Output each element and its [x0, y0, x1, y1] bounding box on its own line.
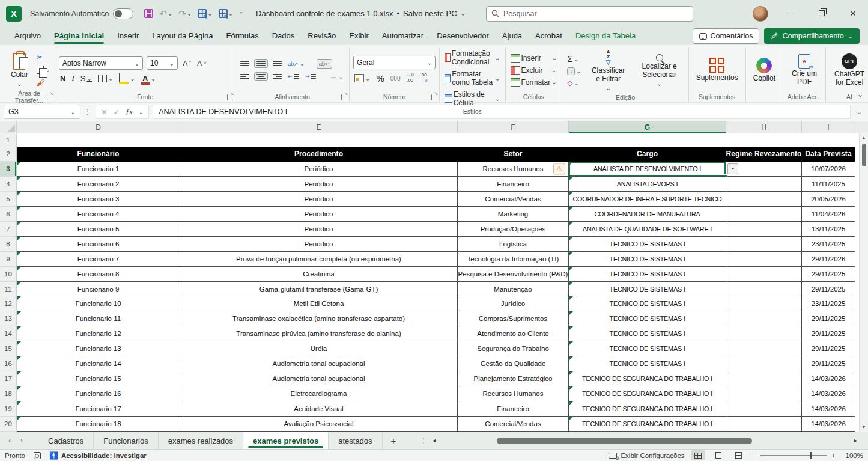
grow-font-button[interactable]: Aˆ	[181, 58, 192, 69]
column-header-G[interactable]: G	[569, 121, 726, 133]
cell-E12[interactable]: Metil Etil Cetona	[180, 296, 458, 311]
comments-button[interactable]: Comentários	[693, 28, 760, 44]
sheet-tab-cadastros[interactable]: Cadastros	[38, 432, 94, 449]
empty-row-1[interactable]	[17, 133, 868, 147]
delete-cells-button[interactable]: Excluir⌄	[509, 66, 557, 75]
data-validation-dropdown[interactable]: ▼	[727, 163, 738, 174]
cell-H7[interactable]	[726, 222, 802, 237]
cell-E4[interactable]: Periódico	[180, 177, 458, 192]
display-settings-button[interactable]: Exibir Configurações	[609, 452, 684, 459]
tab-automatizar[interactable]: Automatizar	[376, 29, 429, 44]
cell-H15[interactable]	[726, 341, 802, 356]
cell-D4[interactable]: Funcionario 2	[17, 177, 180, 192]
scroll-down-icon[interactable]: ▼	[861, 423, 866, 432]
cell-I11[interactable]: 29/11/2025	[802, 282, 855, 297]
cell-E9[interactable]: Prova de função pulmonar completa (ou es…	[180, 252, 458, 267]
cell-E5[interactable]: Periódico	[180, 192, 458, 207]
align-center-button[interactable]	[254, 72, 268, 81]
autosave-toggle[interactable]	[113, 8, 133, 19]
cell-styles-button[interactable]: Estilos de Célula⌄	[443, 90, 501, 108]
sort-filter-button[interactable]: AZ▽ Classificar e Filtrar ⌄	[586, 49, 631, 93]
row-header-14[interactable]: 14	[0, 326, 16, 341]
cell-I18[interactable]: 14/03/2026	[802, 386, 855, 401]
row-header-7[interactable]: 7	[0, 222, 16, 237]
search-input[interactable]: Pesquisar	[486, 6, 693, 22]
cell-D9[interactable]: Funcionario 7	[17, 252, 180, 267]
row-header-13[interactable]: 13	[0, 311, 16, 326]
cell-H10[interactable]	[726, 267, 802, 282]
create-pdf-button[interactable]: A Crie um PDF	[787, 53, 822, 88]
row-header-11[interactable]: 11	[0, 282, 16, 297]
cell-H17[interactable]	[726, 371, 802, 386]
select-all-corner[interactable]	[0, 121, 17, 133]
cell-H4[interactable]	[726, 177, 802, 192]
customize-qat-icon[interactable]: ⍨	[239, 10, 243, 17]
number-dialog-launcher[interactable]	[431, 94, 437, 100]
cell-I8[interactable]: 23/11/2025	[802, 237, 855, 252]
collapse-ribbon-icon[interactable]: ⌄	[857, 90, 863, 99]
borders-button[interactable]: ⌄	[97, 74, 114, 83]
table-header-setor[interactable]: Setor	[458, 147, 569, 162]
copy-button[interactable]: ⌄	[35, 65, 51, 75]
cell-D12[interactable]: Funcionario 10	[17, 296, 180, 311]
find-select-button[interactable]: Localizar e Selecionar ⌄	[634, 53, 685, 88]
cell-F18[interactable]: Recursos Humanos	[458, 386, 569, 401]
cell-F3[interactable]: Recursos Humanos⚠	[458, 162, 569, 177]
number-format-select[interactable]: Geral⌄	[353, 56, 436, 69]
cell-F5[interactable]: Comercial/Vendas	[458, 192, 569, 207]
cell-E17[interactable]: Audiometria tonal ocupacional	[180, 371, 458, 386]
cell-E14[interactable]: Transaminase pirúvica (amino transferase…	[180, 326, 458, 341]
shrink-font-button[interactable]: A˅	[196, 58, 208, 69]
font-name-select[interactable]: Aptos Narrow⌄	[59, 56, 143, 70]
percent-style-button[interactable]: %	[375, 73, 385, 84]
row-header-20[interactable]: 20	[0, 417, 16, 432]
cell-D11[interactable]: Funcionario 9	[17, 282, 180, 297]
cell-F9[interactable]: Tecnologia da Informação (TI)	[458, 252, 569, 267]
cut-button[interactable]: ✂	[35, 52, 51, 63]
share-button[interactable]: 🖉Compartilhamento⌄	[764, 28, 860, 44]
sheet-tab-options-icon[interactable]: ⋮	[420, 437, 426, 445]
cell-E6[interactable]: Periódico	[180, 207, 458, 222]
cell-I20[interactable]: 14/03/2026	[802, 417, 855, 432]
cell-G12[interactable]: TECNICO DE SISTEMAS I	[569, 296, 726, 311]
cell-I4[interactable]: 11/11/2025	[802, 177, 855, 192]
cell-I16[interactable]: 29/11/2025	[802, 356, 855, 371]
tab-fórmulas[interactable]: Fórmulas	[220, 29, 265, 44]
merge-center-button[interactable]: ⇔⌄	[328, 72, 344, 82]
cell-D19[interactable]: Funcionario 17	[17, 401, 180, 417]
zoom-level[interactable]: 100%	[840, 452, 863, 459]
cell-F16[interactable]: Gestão da Qualidade	[458, 356, 569, 371]
page-layout-view-button[interactable]	[711, 450, 726, 460]
cell-E8[interactable]: Periódico	[180, 237, 458, 252]
table-header-funcionario[interactable]: Funcionário	[17, 147, 180, 162]
sheet-nav-left-icon[interactable]: ‹	[4, 436, 16, 445]
tab-inserir[interactable]: Inserir	[111, 29, 145, 44]
macro-record-icon[interactable]	[34, 452, 41, 459]
format-painter-button[interactable]: 🖌	[35, 77, 51, 88]
tab-revisão[interactable]: Revisão	[302, 29, 342, 44]
comma-style-button[interactable]: 000	[389, 75, 402, 82]
row-header-16[interactable]: 16	[0, 356, 16, 371]
scroll-right-icon[interactable]: ►	[853, 438, 858, 444]
sheet-tab-exames-realizados[interactable]: exames realizados	[159, 432, 243, 449]
cell-F7[interactable]: Produção/Operações	[458, 222, 569, 237]
cell-E20[interactable]: Avaliação Psicossocial	[180, 417, 458, 432]
cell-D15[interactable]: Funcionario 13	[17, 341, 180, 356]
conditional-formatting-button[interactable]: Formatação Condicional⌄	[443, 49, 501, 67]
save-icon[interactable]	[144, 9, 153, 18]
expand-formula-bar-icon[interactable]: ⌄	[854, 108, 864, 116]
undo-icon[interactable]: ↶⌄	[159, 8, 172, 19]
cell-D5[interactable]: Funcionario 3	[17, 192, 180, 207]
wrap-text-button[interactable]: ab↩	[317, 59, 332, 69]
zoom-out-icon[interactable]: −	[752, 452, 756, 459]
column-header-F[interactable]: F	[458, 121, 569, 133]
bold-button[interactable]: N	[59, 73, 67, 84]
cell-D17[interactable]: Funcionario 15	[17, 371, 180, 386]
increase-indent-button[interactable]: ⇥	[304, 73, 318, 80]
minimize-button[interactable]: —	[782, 9, 800, 18]
cell-H18[interactable]	[726, 386, 802, 401]
cell-D3[interactable]: Funcionario 1	[17, 162, 180, 177]
orientation-button[interactable]: ab↗⌄	[287, 60, 306, 67]
cell-I10[interactable]: 29/11/2025	[802, 267, 855, 282]
close-button[interactable]: ✕	[844, 9, 862, 18]
